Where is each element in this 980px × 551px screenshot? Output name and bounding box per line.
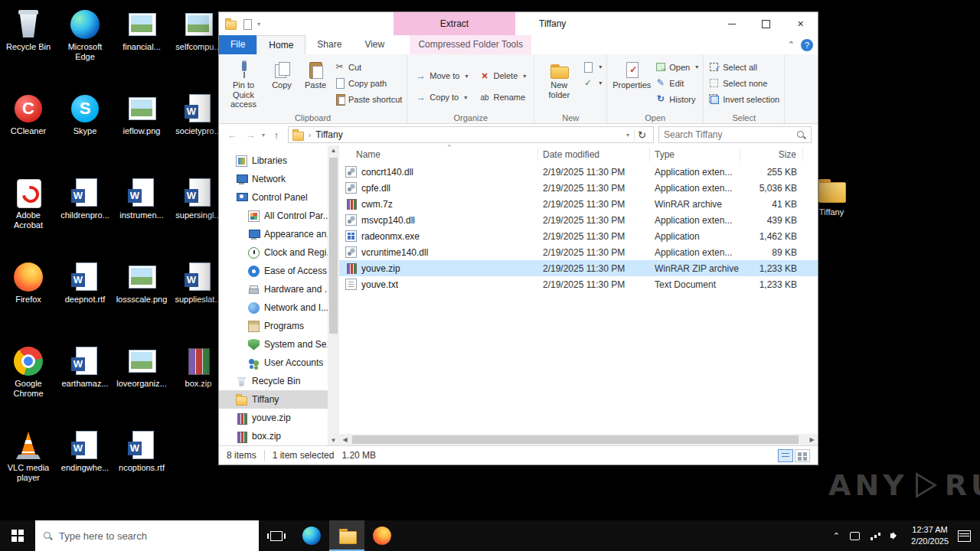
file-row[interactable]: youve.txt 2/19/2025 11:30 PM Text Docume… xyxy=(339,276,818,292)
details-view-button[interactable] xyxy=(778,449,793,462)
scroll-up-icon[interactable]: ▲ xyxy=(328,147,339,154)
volume-icon[interactable] xyxy=(890,531,902,541)
desktop-icon[interactable]: Microsoft Edge xyxy=(57,9,113,93)
paste-button[interactable]: Paste xyxy=(300,57,331,111)
search-box[interactable] xyxy=(658,126,812,143)
collapse-ribbon-icon[interactable] xyxy=(788,40,795,50)
taskbar-app-edge[interactable] xyxy=(294,520,329,551)
move-to-button[interactable]: Move to xyxy=(415,70,468,83)
horizontal-scrollbar[interactable]: ◀ ▶ xyxy=(339,434,818,445)
desktop-icon[interactable]: deepnot.rtf xyxy=(57,262,113,346)
cut-button[interactable]: Cut xyxy=(334,60,402,73)
help-icon[interactable] xyxy=(801,39,813,51)
scrollbar-thumb[interactable] xyxy=(329,158,338,334)
nav-item[interactable]: Control Panel xyxy=(219,188,328,207)
close-button[interactable] xyxy=(783,12,818,35)
desktop-icon[interactable]: endingwhe... xyxy=(57,430,113,514)
action-center-icon[interactable] xyxy=(958,530,971,542)
invert-selection-button[interactable]: Invert selection xyxy=(708,93,779,106)
breadcrumb[interactable]: Tiffany xyxy=(315,129,342,140)
nav-item[interactable]: Libraries xyxy=(219,152,328,170)
desktop-icon[interactable]: ncoptions.rtf xyxy=(113,430,170,514)
desktop-icon[interactable]: Skype xyxy=(57,93,113,178)
desktop-icon[interactable]: ieflow.png xyxy=(113,93,170,178)
address-bar[interactable]: Tiffany xyxy=(288,126,654,143)
nav-item[interactable]: Network xyxy=(219,170,328,188)
history-button[interactable]: History xyxy=(655,93,698,106)
desktop-icon[interactable]: instrumen... xyxy=(113,178,170,262)
desktop-icon[interactable]: Firefox xyxy=(0,262,57,346)
forward-button[interactable] xyxy=(243,129,257,141)
taskbar-clock[interactable]: 12:37 AM 2/20/2025 xyxy=(911,524,949,547)
nav-item[interactable]: youve.zip xyxy=(219,409,328,427)
scroll-left-icon[interactable]: ◀ xyxy=(339,436,351,443)
desktop-icon[interactable]: financial... xyxy=(113,9,170,93)
nav-item[interactable]: Clock and Regi... xyxy=(219,243,328,262)
column-header-type[interactable]: Type xyxy=(650,148,740,161)
scroll-down-icon[interactable]: ▼ xyxy=(328,437,339,444)
nav-item[interactable]: Hardware and ... xyxy=(219,280,328,298)
tab-file[interactable]: File xyxy=(219,35,256,54)
task-view-button[interactable] xyxy=(259,520,294,551)
nav-item[interactable]: System and Se... xyxy=(219,335,328,354)
address-dropdown-icon[interactable] xyxy=(626,132,629,139)
nav-item[interactable]: box.zip xyxy=(219,427,328,445)
column-header-date-modified[interactable]: Date modified xyxy=(538,148,650,161)
taskbar-app-firefox[interactable] xyxy=(364,520,400,551)
desktop-icon[interactable]: earthamaz... xyxy=(57,346,113,430)
nav-item[interactable]: Ease of Access xyxy=(219,262,328,280)
maximize-button[interactable] xyxy=(749,12,783,35)
desktop-icon[interactable]: lossscale.png xyxy=(113,262,170,346)
refresh-icon[interactable] xyxy=(634,129,649,141)
back-button[interactable] xyxy=(225,129,239,141)
file-row[interactable]: radeonmx.exe 2/19/2025 11:30 PM Applicat… xyxy=(339,228,818,244)
desktop-icon[interactable]: Recycle Bin xyxy=(0,9,57,93)
search-icon[interactable] xyxy=(796,130,806,140)
nav-item[interactable]: Network and I... xyxy=(219,298,328,317)
search-input[interactable] xyxy=(664,129,793,140)
qat-dropdown-icon[interactable] xyxy=(257,21,260,28)
copy-button[interactable]: Copy xyxy=(266,57,297,111)
scroll-right-icon[interactable]: ▶ xyxy=(806,436,818,443)
select-none-button[interactable]: Select none xyxy=(708,77,779,90)
desktop-icon[interactable]: Google Chrome xyxy=(0,346,57,430)
file-row[interactable]: cwm.7z 2/19/2025 11:30 PM WinRAR archive… xyxy=(339,196,818,212)
delete-button[interactable]: Delete xyxy=(479,70,526,83)
tab-home[interactable]: Home xyxy=(256,35,305,54)
up-button[interactable] xyxy=(270,129,283,141)
navigation-scrollbar[interactable]: ▲ ▼ xyxy=(328,145,339,445)
taskbar-search-input[interactable] xyxy=(59,530,251,542)
taskbar-app-file-explorer[interactable] xyxy=(329,520,364,551)
column-header-size[interactable]: Size xyxy=(740,148,803,161)
qat-properties-icon[interactable] xyxy=(241,18,253,30)
tab-view[interactable]: View xyxy=(353,35,396,54)
file-row[interactable]: concrt140.dll 2/19/2025 11:30 PM Applica… xyxy=(339,164,818,180)
start-button[interactable] xyxy=(0,520,35,551)
network-icon[interactable] xyxy=(870,531,881,541)
taskbar-search[interactable] xyxy=(35,520,259,551)
nav-item[interactable]: Appearance an... xyxy=(219,225,328,243)
desktop-icon[interactable]: Adobe Acrobat xyxy=(0,178,57,262)
file-row[interactable]: vcruntime140.dll 2/19/2025 11:30 PM Appl… xyxy=(339,244,818,260)
nav-item[interactable]: Recycle Bin xyxy=(219,372,328,390)
file-row[interactable]: youve.zip 2/19/2025 11:30 PM WinRAR ZIP … xyxy=(339,260,818,276)
recent-locations-dropdown-icon[interactable] xyxy=(262,132,265,139)
easy-access-button[interactable] xyxy=(582,77,602,90)
copy-to-button[interactable]: Copy to xyxy=(415,91,468,104)
new-folder-button[interactable]: New folder xyxy=(539,57,579,111)
show-hidden-icons-icon[interactable] xyxy=(833,531,840,541)
tab-share[interactable]: Share xyxy=(305,35,353,54)
desktop-icon[interactable]: VLC media player xyxy=(0,430,57,514)
tray-app-icon[interactable] xyxy=(849,531,861,541)
tab-compressed-folder-tools[interactable]: Compressed Folder Tools xyxy=(410,35,531,54)
nav-item[interactable]: Tiffany xyxy=(219,390,328,409)
desktop-icon[interactable]: loveorganiz... xyxy=(113,346,170,430)
file-row[interactable]: cpfe.dll 2/19/2025 11:30 PM Application … xyxy=(339,180,818,196)
pin-to-quick-access-button[interactable]: Pin to Quick access xyxy=(224,57,263,111)
copy-path-button[interactable]: Copy path xyxy=(334,77,402,90)
nav-item[interactable]: User Accounts xyxy=(219,354,328,372)
desktop-icon[interactable]: childrenpro... xyxy=(57,178,113,262)
paste-shortcut-button[interactable]: Paste shortcut xyxy=(334,93,402,106)
edit-button[interactable]: Edit xyxy=(655,77,698,90)
nav-item[interactable]: All Control Par... xyxy=(219,207,328,225)
